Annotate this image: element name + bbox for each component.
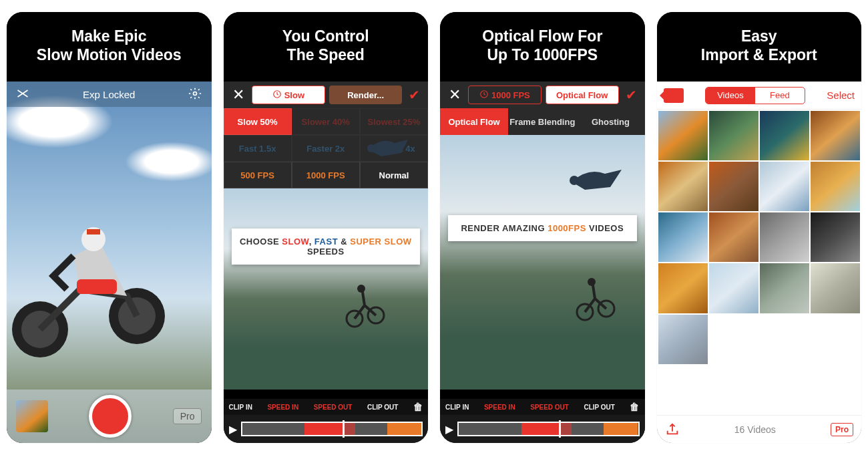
ov-txt: VIDEOS bbox=[586, 223, 624, 233]
clip-out[interactable]: CLIP OUT bbox=[367, 404, 398, 411]
overlay-callout: RENDER AMAZING 1000FPS VIDEOS bbox=[448, 215, 637, 241]
banner-line1: You Control bbox=[282, 27, 369, 46]
speed-out[interactable]: SPEED OUT bbox=[530, 404, 569, 411]
camera-view: Exp Locked Pro bbox=[7, 82, 212, 443]
clip-controls: CLIP IN SPEED IN SPEED OUT CLIP OUT 🗑 bbox=[224, 399, 429, 415]
speed-option[interactable]: 500 FPS bbox=[224, 162, 292, 188]
video-thumb[interactable] bbox=[658, 263, 708, 313]
timeline[interactable]: ▶ bbox=[440, 415, 645, 443]
svg-point-17 bbox=[588, 278, 596, 286]
video-thumb[interactable] bbox=[811, 111, 860, 160]
render-segment[interactable]: Render... bbox=[329, 86, 402, 104]
clock-icon bbox=[479, 90, 489, 101]
tab-ghosting[interactable]: Ghosting bbox=[576, 108, 644, 135]
ov-txt: & bbox=[338, 237, 350, 247]
video-grid bbox=[657, 110, 862, 365]
speed-option[interactable]: Fast 1.5x bbox=[224, 135, 292, 162]
close-icon[interactable]: ✕ bbox=[445, 86, 464, 104]
slow-segment[interactable]: Slow bbox=[252, 86, 326, 104]
banner-line2: The Speed bbox=[287, 46, 365, 65]
bmx-rider bbox=[572, 275, 618, 322]
video-thumb[interactable] bbox=[658, 162, 708, 211]
editor-toolbar: ✕ Slow Render... ✔ bbox=[224, 82, 429, 108]
select-button[interactable]: Select bbox=[827, 90, 855, 101]
play-icon[interactable]: ▶ bbox=[445, 423, 453, 436]
screenshot-render-editor: Optical Flow For Up To 1000FPS ✕ 1000 FP… bbox=[440, 12, 645, 443]
speed-out[interactable]: SPEED OUT bbox=[314, 404, 353, 411]
camera-bottom-bar: Pro bbox=[7, 390, 212, 443]
video-thumb[interactable] bbox=[760, 212, 809, 262]
video-thumb[interactable] bbox=[760, 263, 809, 313]
play-icon[interactable]: ▶ bbox=[229, 423, 237, 436]
video-thumb[interactable] bbox=[760, 111, 809, 160]
svg-point-14 bbox=[570, 176, 579, 185]
playhead[interactable] bbox=[559, 420, 561, 438]
camera-icon[interactable] bbox=[664, 88, 684, 103]
track-seg bbox=[269, 423, 305, 435]
flow-segment[interactable]: Optical Flow bbox=[546, 86, 619, 104]
video-thumb[interactable] bbox=[658, 111, 708, 160]
clip-in[interactable]: CLIP IN bbox=[229, 404, 252, 411]
track[interactable] bbox=[241, 422, 423, 436]
video-thumb[interactable] bbox=[709, 212, 758, 262]
confirm-check-icon[interactable]: ✔ bbox=[406, 87, 423, 103]
clip-out[interactable]: CLIP OUT bbox=[584, 404, 614, 411]
confirm-check-icon[interactable]: ✔ bbox=[623, 87, 640, 103]
lock-settings-icon[interactable] bbox=[188, 87, 202, 102]
clip-in[interactable]: CLIP IN bbox=[445, 404, 469, 411]
close-icon[interactable]: ✕ bbox=[229, 86, 248, 104]
tab-feed[interactable]: Feed bbox=[755, 88, 805, 104]
ov-txt: CHOOSE bbox=[240, 237, 282, 247]
tools-icon[interactable] bbox=[16, 87, 29, 102]
speed-option[interactable]: Slow 50% bbox=[224, 108, 292, 135]
ov-super: SUPER SLOW bbox=[350, 237, 411, 247]
pro-button[interactable]: Pro bbox=[173, 408, 202, 424]
speed-option[interactable]: Slower 40% bbox=[292, 108, 360, 135]
video-preview: CHOOSE SLOW, FAST & SUPER SLOW SPEEDS bbox=[224, 188, 429, 390]
video-thumb[interactable] bbox=[709, 111, 758, 160]
video-thumb[interactable] bbox=[760, 162, 809, 211]
banner: Optical Flow For Up To 1000FPS bbox=[440, 12, 645, 82]
banner-line2: Import & Export bbox=[701, 46, 817, 65]
trash-icon[interactable]: 🗑 bbox=[630, 402, 639, 412]
tab-frame-blending[interactable]: Frame Blending bbox=[508, 108, 576, 135]
tab-videos[interactable]: Videos bbox=[706, 88, 755, 104]
video-thumb[interactable] bbox=[709, 263, 758, 313]
banner-line1: Easy bbox=[741, 27, 777, 46]
record-button[interactable] bbox=[89, 395, 132, 438]
skydiver bbox=[565, 162, 625, 195]
video-thumb[interactable] bbox=[811, 263, 860, 313]
videos-feed-toggle[interactable]: Videos Feed bbox=[705, 87, 805, 104]
video-thumb[interactable] bbox=[658, 212, 708, 262]
pro-badge[interactable]: Pro bbox=[831, 423, 853, 436]
speed-in[interactable]: SPEED IN bbox=[267, 404, 298, 411]
track[interactable] bbox=[457, 422, 640, 436]
video-thumb[interactable] bbox=[709, 162, 758, 211]
video-thumb[interactable] bbox=[658, 315, 708, 364]
svg-point-9 bbox=[367, 144, 375, 152]
timeline[interactable]: ▶ bbox=[224, 415, 429, 443]
speed-in[interactable]: SPEED IN bbox=[484, 404, 515, 411]
exposure-label: Exp Locked bbox=[83, 89, 135, 100]
trash-icon[interactable]: 🗑 bbox=[413, 402, 423, 412]
track-seg bbox=[572, 423, 604, 435]
banner: Easy Import & Export bbox=[657, 12, 862, 82]
clock-icon bbox=[272, 90, 282, 101]
export-icon[interactable] bbox=[665, 422, 680, 437]
speed-option[interactable]: Normal bbox=[360, 162, 428, 188]
playhead[interactable] bbox=[343, 420, 345, 438]
fps-segment[interactable]: 1000 FPS bbox=[468, 86, 541, 104]
video-thumb[interactable] bbox=[811, 162, 860, 211]
gallery-thumbnail[interactable] bbox=[16, 400, 48, 432]
screenshot-speed-editor: You Control The Speed ✕ Slow Render... ✔… bbox=[224, 12, 429, 443]
render-label: Render... bbox=[347, 90, 384, 100]
flow-label: Optical Flow bbox=[556, 90, 608, 100]
tab-optical-flow[interactable]: Optical Flow bbox=[440, 108, 508, 135]
speed-option[interactable]: Faster 2x bbox=[292, 135, 360, 162]
banner-line1: Make Epic bbox=[71, 27, 147, 46]
track-seg bbox=[521, 423, 561, 435]
video-thumb[interactable] bbox=[811, 212, 860, 262]
camera-status-bar: Exp Locked bbox=[7, 82, 212, 107]
speed-option[interactable]: 1000 FPS bbox=[292, 162, 360, 188]
track-seg bbox=[459, 423, 485, 435]
